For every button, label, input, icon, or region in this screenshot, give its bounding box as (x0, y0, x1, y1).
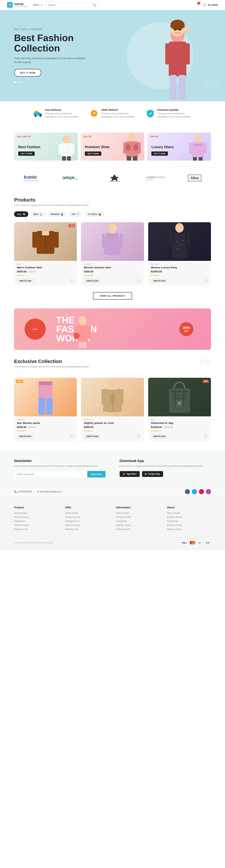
footer-about-title: About (167, 506, 211, 509)
footer-about-link-2[interactable]: Product House (167, 516, 211, 518)
footer-offer-link-2[interactable]: Product House (65, 516, 109, 518)
promo-2-name: Premium Shoe (85, 145, 140, 149)
appstore-button[interactable]: 🍎 App Store (119, 471, 140, 477)
logo[interactable]: M martup ONLINE STORE (7, 2, 28, 8)
footer-product-link-5[interactable]: Delivery Cost (14, 528, 58, 530)
newsletter-subscribe-button[interactable]: Subscribe (87, 471, 106, 477)
jacket-svg (97, 378, 128, 416)
product-2-price: $350.00 (84, 270, 93, 273)
footer-columns: Product Shop Vendor Product House Catego… (14, 506, 211, 532)
exclusive-1-wishlist-button[interactable]: ♡ (69, 434, 74, 439)
footer-offer-link-5[interactable]: Delivery Cost (65, 528, 109, 530)
cart-button[interactable]: 🛒 02 ITEMS (203, 3, 218, 7)
newsletter-desc: Lorem Ipsum is simply dummy text of the … (14, 464, 106, 468)
footer-product-link-4[interactable]: Delivery Areas (14, 524, 58, 526)
footer-offer-link-3[interactable]: Categories Inc (65, 520, 109, 522)
footer-about-link-4[interactable]: Delivery Areas (167, 524, 211, 526)
exclusive-3-add-cart-button[interactable]: Add To Cart (151, 434, 168, 439)
wishlist-button[interactable]: ♡ 2 (196, 3, 199, 7)
footer-info-link-4[interactable]: Delivery Areas (116, 524, 160, 526)
promo-2-cta-button[interactable]: GET IT NOW (85, 152, 101, 156)
twitter-icon[interactable]: t (192, 489, 197, 494)
footer-info-link-1[interactable]: Shop Vendor (116, 512, 160, 514)
filter-others-label: OTHERS (88, 213, 97, 216)
product-1-wishlist-button[interactable]: ♡ (69, 278, 74, 283)
svg-point-58 (176, 241, 177, 242)
exclusive-2-add-cart-button[interactable]: Add To Cart (84, 434, 101, 439)
hero-dot-1[interactable] (14, 82, 16, 83)
view-all-products-button[interactable]: VIEW ALL PRODUCT (93, 292, 132, 300)
footer-info-link-3[interactable]: Categories (116, 520, 160, 522)
footer-about-link-1[interactable]: Shop Vendor (167, 512, 211, 514)
product-2-pricing: $350.00 (84, 270, 141, 273)
footer-offer-link-4[interactable]: Delivery Areas (65, 524, 109, 526)
exclusive-next-button[interactable]: › (205, 359, 211, 364)
search-icon[interactable]: 🔍 (93, 3, 96, 7)
footer-about-link-5[interactable]: Delivery Areas (167, 528, 211, 530)
search-input[interactable] (48, 4, 92, 6)
svg-text:↺: ↺ (93, 112, 95, 115)
filter-men-button[interactable]: MEN 👔 (30, 211, 46, 217)
promo-1-content: Best Fashion GET IT NOW (18, 145, 74, 156)
search-bar[interactable]: 🔍 (46, 2, 99, 8)
facebook-icon[interactable]: f (185, 489, 190, 494)
product-3-price: $1050.00 (151, 270, 162, 273)
promo-1-cta-button[interactable]: GET IT NOW (18, 152, 35, 156)
product-3-add-cart-button[interactable]: Add To Cart (151, 278, 168, 283)
svg-rect-24 (62, 156, 66, 161)
footer-product-link-1[interactable]: Shop Vendor (14, 512, 58, 514)
footer-copyright: Copy right 2022 All reserve right reserv… (14, 541, 53, 544)
menu-label[interactable]: Menu (33, 3, 39, 6)
hero-dot-2[interactable] (17, 82, 19, 83)
app-download-title: Download App (119, 459, 211, 463)
svg-point-55 (175, 223, 184, 232)
hero-dots-pattern-left (5, 21, 14, 25)
exclusive-1-badge: NEW (16, 380, 23, 383)
exclusive-prev-button[interactable]: ‹ (198, 359, 204, 364)
product-3-wishlist-button[interactable]: ♡ (203, 278, 208, 283)
exclusive-1-add-cart-button[interactable]: Add To Cart (17, 434, 34, 439)
hero-dot-3[interactable] (20, 82, 22, 83)
truck-icon (33, 109, 42, 118)
svg-rect-80 (171, 391, 188, 392)
footer-about-link-3[interactable]: Categories (167, 520, 211, 522)
svg-point-61 (177, 248, 178, 249)
googleplay-button[interactable]: ▶ Google play (142, 471, 163, 477)
promo-1-discount: Up to 20% Off (17, 135, 31, 138)
filter-others-icon: 👜 (98, 213, 101, 216)
hero-cta-button[interactable]: GET IT NOW (14, 69, 41, 76)
promo-3-cta-button[interactable]: GET IT NOW (151, 152, 168, 156)
logo-icon: M (7, 2, 13, 8)
footer-offer-link-1[interactable]: Shop Vendor (65, 512, 109, 514)
svg-rect-86 (183, 389, 185, 407)
email-address: demo@example.com (40, 490, 62, 493)
phone-icon: 📞 (14, 490, 17, 493)
product-1-category: MEN (17, 263, 74, 265)
newsletter-email-input[interactable] (14, 471, 87, 477)
filter-others-button[interactable]: OTHERS 👜 (85, 211, 105, 217)
nav-menu[interactable]: Menu ▾ (33, 3, 43, 6)
footer-product-link-3[interactable]: Categories (14, 520, 58, 522)
footer-info-link-5[interactable]: Delivery Cost (116, 528, 160, 530)
exclusive-2-wishlist-button[interactable]: ♡ (136, 434, 141, 439)
filter-kid-button[interactable]: KID 👕 (68, 211, 83, 217)
feature-refund-text: 100% Refund There are many variations of… (101, 108, 135, 118)
filter-all-button[interactable]: ALL 🛍 (14, 211, 28, 217)
filter-women-button[interactable]: WOMEN 👗 (47, 211, 66, 217)
exclusive-3-wishlist-button[interactable]: ♡ (203, 434, 208, 439)
svg-marker-42 (110, 174, 119, 181)
instagram-icon[interactable]: in (206, 489, 211, 494)
product-2-add-cart-button[interactable]: Add To Cart (84, 278, 101, 283)
footer-col-information: Information Shop Vendor Product House Ca… (116, 506, 160, 532)
evening-dress-svg (164, 222, 195, 261)
footer-product-link-2[interactable]: Product House (14, 516, 58, 518)
pinterest-icon[interactable]: p (199, 489, 204, 494)
exclusive-products-grid: NEW WOMEN Star Women pants $200.00 $280.… (14, 378, 211, 441)
product-2-wishlist-button[interactable]: ♡ (136, 278, 141, 283)
svg-rect-39 (199, 157, 202, 161)
svg-rect-53 (102, 234, 105, 248)
footer-info-link-2[interactable]: Product House (116, 516, 160, 518)
svg-point-60 (182, 240, 184, 241)
view-all-wrap: VIEW ALL PRODUCT (14, 292, 211, 300)
product-1-add-cart-button[interactable]: Add To Cart (17, 278, 34, 283)
